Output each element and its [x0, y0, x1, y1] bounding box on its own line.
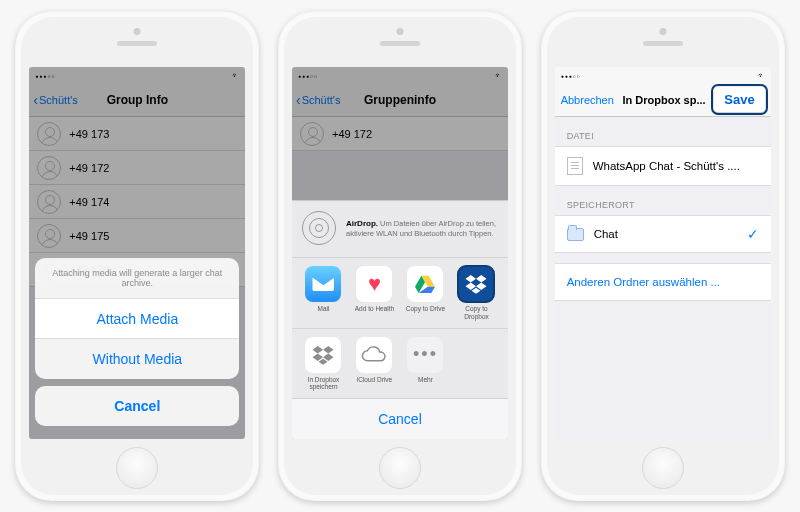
airdrop-icon: [302, 211, 336, 245]
cancel-button[interactable]: Cancel: [35, 386, 239, 426]
share-action-more[interactable]: •••Mehr: [400, 337, 451, 390]
status-bar: ᯤ: [555, 67, 771, 83]
share-app-dropbox[interactable]: Copy to Dropbox: [451, 266, 502, 319]
nav-title: In Dropbox sp...: [623, 94, 706, 106]
dropbox-outline-icon: [305, 337, 341, 373]
dropbox-icon: [458, 266, 494, 302]
file-name: WhatsApp Chat - Schütt's ....: [593, 160, 759, 172]
without-media-button[interactable]: Without Media: [35, 339, 239, 379]
section-header-file: DATEI: [555, 117, 771, 146]
svg-marker-8: [313, 346, 324, 354]
document-icon: [567, 157, 583, 175]
screen-1: ᯤ ‹ Schütt's Group Info +49 173 +49 172 …: [29, 67, 245, 439]
share-cancel-button[interactable]: Cancel: [292, 399, 508, 439]
choose-other-folder-button[interactable]: Anderen Ordner auswählen ...: [555, 263, 771, 301]
screen-2: ᯤ ‹ Schütt's Gruppeninfo +49 172 AirDrop…: [292, 67, 508, 439]
more-icon: •••: [407, 337, 443, 373]
folder-cell[interactable]: Chat ✓: [555, 215, 771, 253]
folder-icon: [567, 228, 584, 241]
attach-media-button[interactable]: Attach Media: [35, 299, 239, 339]
checkmark-icon: ✓: [747, 226, 759, 242]
google-drive-icon: [407, 266, 443, 302]
folder-name: Chat: [594, 228, 747, 240]
airdrop-row[interactable]: AirDrop. Um Dateien über AirDrop zu teil…: [292, 201, 508, 258]
svg-marker-12: [319, 358, 328, 364]
airdrop-text: AirDrop. Um Dateien über AirDrop zu teil…: [346, 219, 498, 238]
save-button[interactable]: Save: [714, 87, 764, 112]
svg-marker-7: [472, 288, 481, 294]
svg-marker-3: [466, 275, 477, 283]
iphone-frame-1: ᯤ ‹ Schütt's Group Info +49 173 +49 172 …: [15, 11, 259, 501]
signal-dots-icon: [561, 72, 581, 79]
share-apps-row-1: Mail ♥Add to Health Copy to Drive Copy t…: [292, 258, 508, 328]
wifi-icon: ᯤ: [758, 72, 765, 79]
screen-3: ᯤ Abbrechen In Dropbox sp... Save DATEI …: [555, 67, 771, 439]
iphone-frame-3: ᯤ Abbrechen In Dropbox sp... Save DATEI …: [541, 11, 785, 501]
share-apps-row-2: In Dropbox speichern iCloud Drive •••Meh…: [292, 329, 508, 399]
heart-icon: ♥: [356, 266, 392, 302]
section-header-location: SPEICHERORT: [555, 186, 771, 215]
share-app-drive[interactable]: Copy to Drive: [400, 266, 451, 319]
nav-bar: Abbrechen In Dropbox sp... Save: [555, 83, 771, 117]
iphone-frame-2: ᯤ ‹ Schütt's Gruppeninfo +49 172 AirDrop…: [278, 11, 522, 501]
action-sheet-options: Attaching media will generate a larger c…: [35, 258, 239, 379]
mail-icon: [305, 266, 341, 302]
svg-marker-9: [323, 346, 334, 354]
share-app-health[interactable]: ♥Add to Health: [349, 266, 400, 319]
share-action-dropbox-save[interactable]: In Dropbox speichern: [298, 337, 349, 390]
action-sheet-note: Attaching media will generate a larger c…: [35, 258, 239, 299]
home-button[interactable]: [379, 447, 421, 489]
home-button[interactable]: [116, 447, 158, 489]
home-button[interactable]: [642, 447, 684, 489]
action-sheet-cancel-group: Cancel: [35, 386, 239, 426]
action-sheet: Attaching media will generate a larger c…: [35, 258, 239, 433]
share-sheet: AirDrop. Um Dateien über AirDrop zu teil…: [292, 200, 508, 439]
file-cell[interactable]: WhatsApp Chat - Schütt's ....: [555, 146, 771, 186]
icloud-icon: [356, 337, 392, 373]
cancel-button[interactable]: Abbrechen: [561, 94, 614, 106]
svg-marker-4: [476, 275, 487, 283]
share-app-mail[interactable]: Mail: [298, 266, 349, 319]
share-action-icloud[interactable]: iCloud Drive: [349, 337, 400, 390]
